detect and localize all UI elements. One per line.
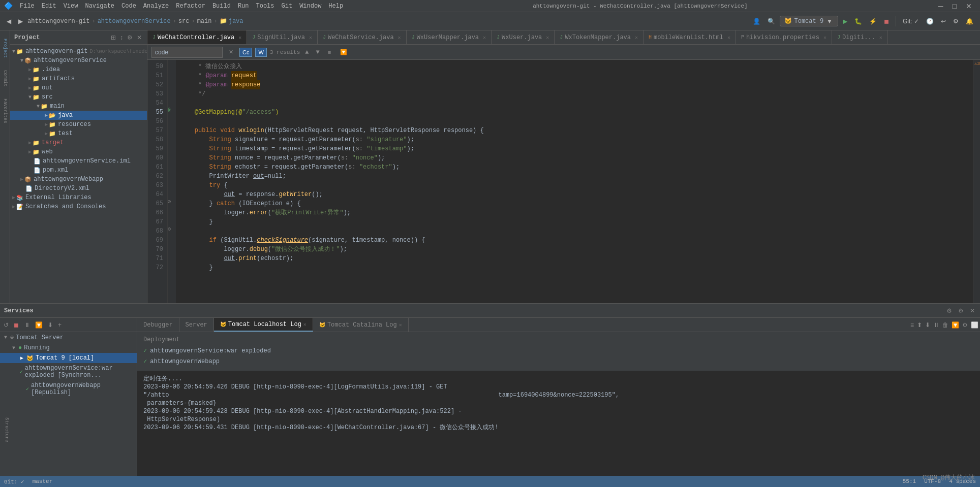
menu-view[interactable]: View	[60, 2, 81, 11]
svc-toolbar-restart[interactable]: ↺	[2, 320, 10, 330]
tab-wxuser[interactable]: J WxUser.java ✕	[492, 30, 555, 44]
tree-item-root[interactable]: ▼ 📁 ahttowngovern-git D:\workspace\fined…	[10, 47, 147, 56]
tab-close-sign[interactable]: ✕	[309, 35, 312, 41]
tab-wechat-controller[interactable]: J WeChatController.java ✕	[147, 30, 247, 44]
menu-help[interactable]: Help	[325, 2, 346, 11]
tab-hikvision[interactable]: P hikvision.properties ✕	[736, 30, 832, 44]
log-wrap-btn[interactable]: ≡	[909, 318, 915, 332]
forward-button[interactable]: ▶	[16, 16, 25, 26]
svc-toolbar-add[interactable]: +	[56, 320, 63, 330]
tree-item-service[interactable]: ▼ 📦 ahttowngovernService	[10, 56, 147, 65]
search-nav-down[interactable]: ▼	[314, 48, 321, 57]
search-more-options[interactable]: ≡	[325, 48, 334, 57]
log-clear-btn[interactable]: 🗑	[941, 318, 950, 332]
svc-toolbar-pause[interactable]: ⏸	[22, 320, 32, 330]
tab-signutil[interactable]: J SignUtil.java ✕	[247, 30, 318, 44]
menu-run[interactable]: Run	[235, 2, 252, 11]
run-with-coverage-button[interactable]: ⚡	[867, 16, 879, 26]
breadcrumb-main[interactable]: main	[197, 18, 212, 25]
tree-item-main[interactable]: ▼ 📁 main	[10, 102, 147, 111]
tree-item-java[interactable]: ▶ 📂 java	[10, 111, 147, 120]
tab-wechat-service[interactable]: J WeChatService.java ✕	[318, 30, 407, 44]
tab-close-catalina[interactable]: ✕	[399, 322, 402, 328]
svc-item-tomcat-server[interactable]: ▼ ⊖ Tomcat Server	[0, 332, 137, 343]
breadcrumb-service[interactable]: ahttowngovernService	[98, 18, 171, 25]
tree-item-web[interactable]: ▶ 📁 web	[10, 147, 147, 156]
tree-item-pom[interactable]: 📄 pom.xml	[10, 166, 147, 175]
panel-settings-btn[interactable]: ⚙	[126, 33, 134, 42]
bottom-tab-server[interactable]: Server	[179, 318, 214, 332]
tree-item-scratches[interactable]: ▶ 📝 Scratches and Consoles	[10, 202, 147, 211]
breadcrumb-java[interactable]: 📁 java	[220, 17, 243, 25]
status-branch[interactable]: master	[33, 478, 53, 484]
close-button[interactable]: ✕	[962, 1, 976, 11]
tree-item-webapp[interactable]: ▶ 📦 ahttowngovernWebapp	[10, 175, 147, 184]
log-down-btn[interactable]: ⬇	[924, 318, 932, 332]
svc-item-webapp[interactable]: ✓ ahttowngovernWebapp [Republish]	[0, 380, 137, 398]
search-whole-words-btn[interactable]: W	[255, 48, 266, 57]
tab-close-token[interactable]: ✕	[635, 35, 638, 41]
tree-item-idea[interactable]: ▶ 📁 .idea	[10, 65, 147, 74]
log-up-btn[interactable]: ⬆	[915, 318, 924, 332]
tree-item-src[interactable]: ▼ 📁 src	[10, 92, 147, 102]
tab-close-html[interactable]: ✕	[727, 35, 730, 41]
tab-close-mapper[interactable]: ✕	[483, 35, 486, 41]
menu-file[interactable]: File	[17, 2, 38, 11]
minimize-button[interactable]: ─	[934, 1, 947, 11]
svc-item-tomcat9[interactable]: ▶ 🐱 Tomcat 9 [local]	[0, 353, 137, 363]
settings-button[interactable]: ⚙	[951, 16, 961, 26]
user-button[interactable]: 👤	[750, 16, 763, 26]
code-editor[interactable]: 50 51 52 53 54 55 56 57 58 59 60 61 62 6…	[147, 60, 980, 303]
search-filter-btn[interactable]: 🔽	[337, 47, 350, 57]
menu-code[interactable]: Code	[118, 2, 139, 11]
svc-toolbar-filter[interactable]: 🔽	[34, 320, 44, 330]
search-input[interactable]	[151, 47, 223, 58]
search-nav-up[interactable]: ▲	[303, 48, 311, 57]
status-git[interactable]: Git: ✓	[4, 478, 24, 485]
search-clear-btn[interactable]: ✕	[226, 47, 236, 57]
search-everywhere-button[interactable]: 🔍	[765, 16, 778, 26]
bottom-tab-localhost[interactable]: 🐱 Tomcat Localhost Log ✕	[214, 318, 313, 332]
activity-favorites[interactable]: Favorites	[2, 94, 9, 127]
tab-close-wechat[interactable]: ✕	[238, 35, 241, 41]
maximize-button[interactable]: □	[948, 1, 961, 11]
log-pause-btn[interactable]: ⏸	[932, 318, 941, 332]
run-config-dropdown[interactable]: ▼	[825, 18, 834, 25]
tree-item-test[interactable]: ▶ 📁 test	[10, 129, 147, 138]
svc-item-running[interactable]: ▼ ● Running	[0, 343, 137, 353]
menu-build[interactable]: Build	[209, 2, 234, 11]
search-match-case-btn[interactable]: Cc	[239, 48, 252, 57]
git-button[interactable]: Git: ✓	[900, 16, 922, 26]
panel-layout-btn[interactable]: ⊞	[110, 33, 117, 42]
svc-item-service1[interactable]: ✓ ahttowngovernService:war exploded [Syn…	[0, 363, 137, 380]
log-settings-btn[interactable]: ⚙	[961, 318, 969, 332]
activity-commit[interactable]: Commit	[2, 66, 9, 90]
tree-item-external-libs[interactable]: ▶ 📚 External Libraries	[10, 193, 147, 202]
debug-button[interactable]: 🐛	[852, 16, 865, 26]
panel-close-btn[interactable]: ✕	[136, 33, 143, 42]
breadcrumb-src[interactable]: src	[178, 18, 190, 25]
output-area[interactable]: 定时任务.... 2023-09-06 20:54:59.426 DEBUG […	[137, 371, 980, 476]
tab-wxusermapper[interactable]: J WxUserMapper.java ✕	[407, 30, 492, 44]
tree-item-target[interactable]: ▶ 📁 target	[10, 138, 147, 147]
svc-toolbar-stop[interactable]: ◼	[12, 320, 20, 330]
history-button[interactable]: 🕐	[924, 16, 936, 26]
tab-close-localhost[interactable]: ✕	[303, 321, 307, 328]
menu-analyze[interactable]: Analyze	[140, 2, 172, 11]
panel-sort-btn[interactable]: ↕	[119, 33, 124, 42]
breadcrumb-project[interactable]: ahttowngovern-git	[27, 18, 89, 25]
tree-item-out[interactable]: ▶ 📁 out	[10, 83, 147, 92]
revert-button[interactable]: ↩	[938, 16, 948, 26]
tab-close-svc[interactable]: ✕	[398, 35, 401, 41]
status-line-col[interactable]: 55:1	[903, 478, 916, 484]
tab-mobilewarn[interactable]: H mobileWarnList.html ✕	[644, 30, 736, 44]
services-gear-btn[interactable]: ⚙	[957, 306, 965, 315]
svc-toolbar-filter2[interactable]: ⬇	[46, 320, 54, 330]
notifications-button[interactable]: 🔔	[963, 16, 976, 26]
log-filter-btn[interactable]: 🔽	[950, 318, 961, 332]
log-maximize-btn[interactable]: ⬜	[969, 318, 980, 332]
activity-project[interactable]: Project	[2, 35, 9, 62]
services-close-btn[interactable]: ✕	[969, 306, 976, 315]
tree-item-directory[interactable]: 📄 DirectoryV2.xml	[10, 184, 147, 193]
bottom-tab-debugger[interactable]: Debugger	[137, 318, 179, 332]
